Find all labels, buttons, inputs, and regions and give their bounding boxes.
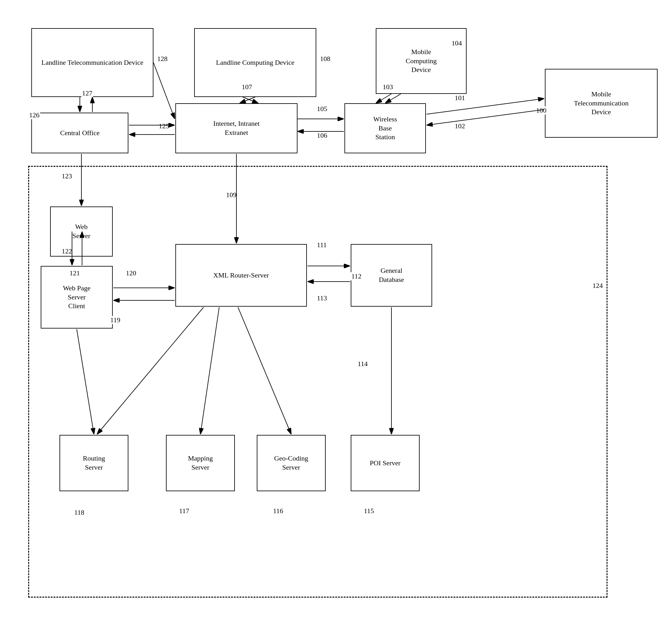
label-114: 114 — [357, 360, 368, 368]
xml-router-server-label: XML Router-Server — [213, 271, 269, 280]
label-102: 102 — [454, 122, 466, 130]
routing-server-label: RoutingServer — [83, 454, 105, 472]
svg-line-12 — [426, 109, 544, 125]
label-107: 107 — [241, 83, 253, 91]
internet-label: Internet, IntranetExtranet — [213, 119, 260, 137]
mobile-telecom-device-box: MobileTelecommunicationDevice — [545, 69, 658, 138]
label-125: 125 — [158, 122, 170, 130]
wireless-base-station-label: WirelessBaseStation — [373, 115, 397, 142]
label-113: 113 — [316, 294, 327, 302]
label-116: 116 — [273, 507, 284, 515]
label-120: 120 — [125, 269, 137, 277]
label-104: 104 — [451, 39, 462, 47]
web-page-server-client-label: Web PageServerClient — [63, 284, 91, 311]
label-118: 118 — [73, 509, 85, 517]
landline-telecom-device-label: Landline Telecommunication Device — [41, 58, 143, 67]
poi-server-box: POI Server — [351, 435, 420, 491]
mapping-server-label: MappingServer — [188, 454, 213, 472]
central-office-box: Central Office — [31, 113, 128, 153]
web-server-box: WebServer — [50, 207, 113, 256]
svg-line-6 — [243, 97, 258, 103]
label-124: 124 — [592, 282, 603, 290]
mobile-computing-device-label: MobileComputingDevice — [406, 47, 437, 74]
mobile-telecom-device-label: MobileTelecommunicationDevice — [574, 90, 629, 117]
label-115: 115 — [363, 507, 375, 515]
routing-server-box: RoutingServer — [60, 435, 128, 491]
label-111: 111 — [316, 241, 327, 249]
landline-computing-device-label: Landline Computing Device — [216, 58, 295, 67]
label-109: 109 — [225, 191, 237, 199]
svg-line-4 — [154, 63, 175, 119]
label-106: 106 — [316, 131, 328, 140]
label-105: 105 — [316, 105, 328, 113]
mapping-server-box: MappingServer — [166, 435, 235, 491]
general-database-label: GeneralDatabase — [379, 266, 404, 284]
label-121: 121 — [69, 269, 81, 277]
central-office-label: Central Office — [60, 129, 100, 138]
landline-computing-device-box: Landline Computing Device — [194, 28, 316, 97]
system-boundary — [28, 166, 607, 597]
label-119: 119 — [109, 316, 121, 324]
web-server-label: WebServer — [72, 222, 90, 240]
geocoding-server-box: Geo-CodingServer — [257, 435, 326, 491]
label-128: 128 — [157, 55, 168, 63]
wireless-base-station-box: WirelessBaseStation — [345, 103, 426, 153]
label-122: 122 — [61, 247, 73, 255]
label-108: 108 — [319, 55, 331, 63]
label-100: 100 — [536, 106, 547, 114]
label-103: 103 — [382, 83, 394, 91]
svg-line-7 — [385, 94, 401, 103]
xml-router-server-box: XML Router-Server — [175, 244, 307, 307]
label-127: 127 — [82, 89, 93, 97]
label-112: 112 — [351, 272, 362, 280]
geocoding-server-label: Geo-CodingServer — [274, 454, 309, 472]
label-123: 123 — [61, 172, 73, 180]
poi-server-label: POI Server — [370, 459, 401, 468]
landline-telecom-device-box: Landline Telecommunication Device — [31, 28, 154, 97]
label-117: 117 — [179, 507, 190, 515]
label-101: 101 — [454, 94, 466, 102]
diagram: Landline Telecommunication Device Landli… — [0, 0, 672, 622]
svg-line-11 — [426, 99, 544, 114]
internet-box: Internet, IntranetExtranet — [175, 103, 297, 153]
general-database-box: GeneralDatabase — [351, 244, 432, 307]
svg-line-8 — [376, 94, 391, 103]
svg-line-5 — [239, 97, 255, 103]
label-126: 126 — [29, 111, 40, 119]
